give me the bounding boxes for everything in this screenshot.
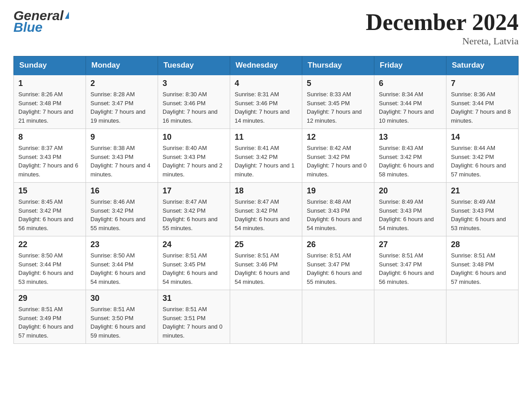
day-info: Sunrise: 8:43 AM Sunset: 3:42 PM Dayligh…: [379, 144, 442, 179]
table-row: 9 Sunrise: 8:38 AM Sunset: 3:43 PM Dayli…: [86, 129, 158, 183]
day-number: 16: [90, 186, 153, 196]
day-info: Sunrise: 8:44 AM Sunset: 3:42 PM Dayligh…: [451, 144, 514, 179]
day-number: 11: [235, 133, 297, 142]
table-row: 27 Sunrise: 8:51 AM Sunset: 3:47 PM Dayl…: [374, 236, 446, 290]
table-row: 30 Sunrise: 8:51 AM Sunset: 3:50 PM Dayl…: [86, 290, 158, 344]
table-row: 3 Sunrise: 8:30 AM Sunset: 3:46 PM Dayli…: [158, 75, 230, 129]
day-info: Sunrise: 8:48 AM Sunset: 3:43 PM Dayligh…: [307, 197, 369, 232]
table-row: 23 Sunrise: 8:50 AM Sunset: 3:44 PM Dayl…: [86, 236, 158, 290]
day-number: 18: [235, 186, 297, 196]
table-row: [302, 290, 374, 344]
day-info: Sunrise: 8:28 AM Sunset: 3:47 PM Dayligh…: [90, 90, 153, 125]
calendar-row: 1 Sunrise: 8:26 AM Sunset: 3:48 PM Dayli…: [14, 75, 519, 129]
table-row: 10 Sunrise: 8:40 AM Sunset: 3:43 PM Dayl…: [158, 129, 230, 183]
table-row: [374, 290, 446, 344]
day-number: 14: [451, 133, 514, 142]
day-number: 8: [18, 133, 81, 142]
table-row: 6 Sunrise: 8:34 AM Sunset: 3:44 PM Dayli…: [374, 75, 446, 129]
day-info: Sunrise: 8:33 AM Sunset: 3:45 PM Dayligh…: [307, 90, 369, 125]
day-info: Sunrise: 8:30 AM Sunset: 3:46 PM Dayligh…: [163, 90, 225, 125]
table-row: 26 Sunrise: 8:51 AM Sunset: 3:47 PM Dayl…: [302, 236, 374, 290]
table-row: 19 Sunrise: 8:48 AM Sunset: 3:43 PM Dayl…: [302, 183, 374, 236]
day-number: 22: [18, 240, 81, 249]
calendar-table: Sunday Monday Tuesday Wednesday Thursday…: [13, 56, 519, 344]
day-number: 23: [90, 240, 153, 249]
table-row: 14 Sunrise: 8:44 AM Sunset: 3:42 PM Dayl…: [446, 129, 519, 183]
table-row: 29 Sunrise: 8:51 AM Sunset: 3:49 PM Dayl…: [14, 290, 86, 344]
day-number: 2: [90, 79, 153, 88]
table-row: 4 Sunrise: 8:31 AM Sunset: 3:46 PM Dayli…: [230, 75, 302, 129]
day-number: 10: [163, 133, 225, 142]
table-row: 7 Sunrise: 8:36 AM Sunset: 3:44 PM Dayli…: [446, 75, 519, 129]
day-number: 6: [379, 79, 442, 88]
table-row: [230, 290, 302, 344]
day-number: 21: [451, 186, 514, 196]
day-number: 29: [18, 294, 81, 303]
month-title: December 2024: [366, 9, 519, 35]
day-info: Sunrise: 8:51 AM Sunset: 3:47 PM Dayligh…: [307, 251, 369, 286]
table-row: 5 Sunrise: 8:33 AM Sunset: 3:45 PM Dayli…: [302, 75, 374, 129]
day-info: Sunrise: 8:50 AM Sunset: 3:44 PM Dayligh…: [18, 251, 81, 286]
day-info: Sunrise: 8:34 AM Sunset: 3:44 PM Dayligh…: [379, 90, 442, 125]
day-info: Sunrise: 8:45 AM Sunset: 3:42 PM Dayligh…: [18, 197, 81, 232]
table-row: 8 Sunrise: 8:37 AM Sunset: 3:43 PM Dayli…: [14, 129, 86, 183]
day-info: Sunrise: 8:40 AM Sunset: 3:43 PM Dayligh…: [163, 144, 225, 179]
calendar-row: 22 Sunrise: 8:50 AM Sunset: 3:44 PM Dayl…: [14, 236, 519, 290]
calendar-row: 8 Sunrise: 8:37 AM Sunset: 3:43 PM Dayli…: [14, 129, 519, 183]
table-row: 25 Sunrise: 8:51 AM Sunset: 3:46 PM Dayl…: [230, 236, 302, 290]
day-number: 19: [307, 186, 369, 196]
calendar-header-row: Sunday Monday Tuesday Wednesday Thursday…: [14, 56, 519, 75]
day-info: Sunrise: 8:41 AM Sunset: 3:42 PM Dayligh…: [235, 144, 297, 179]
day-info: Sunrise: 8:49 AM Sunset: 3:43 PM Dayligh…: [451, 197, 514, 232]
table-row: 20 Sunrise: 8:49 AM Sunset: 3:43 PM Dayl…: [374, 183, 446, 236]
table-row: 2 Sunrise: 8:28 AM Sunset: 3:47 PM Dayli…: [86, 75, 158, 129]
day-number: 17: [163, 186, 225, 196]
table-row: 18 Sunrise: 8:47 AM Sunset: 3:42 PM Dayl…: [230, 183, 302, 236]
day-info: Sunrise: 8:49 AM Sunset: 3:43 PM Dayligh…: [379, 197, 442, 232]
day-number: 4: [235, 79, 297, 88]
day-info: Sunrise: 8:31 AM Sunset: 3:46 PM Dayligh…: [235, 90, 297, 125]
table-row: 16 Sunrise: 8:46 AM Sunset: 3:42 PM Dayl…: [86, 183, 158, 236]
day-number: 26: [307, 240, 369, 249]
logo-triangle-icon: [65, 12, 69, 19]
day-number: 5: [307, 79, 369, 88]
day-info: Sunrise: 8:47 AM Sunset: 3:42 PM Dayligh…: [163, 197, 225, 232]
col-saturday: Saturday: [446, 56, 519, 75]
col-tuesday: Tuesday: [158, 56, 230, 75]
day-number: 7: [451, 79, 514, 88]
day-info: Sunrise: 8:51 AM Sunset: 3:49 PM Dayligh…: [18, 305, 81, 340]
col-friday: Friday: [374, 56, 446, 75]
table-row: 15 Sunrise: 8:45 AM Sunset: 3:42 PM Dayl…: [14, 183, 86, 236]
table-row: 21 Sunrise: 8:49 AM Sunset: 3:43 PM Dayl…: [446, 183, 519, 236]
page-header: General Blue December 2024 Nereta, Latvi…: [13, 9, 519, 47]
col-wednesday: Wednesday: [230, 56, 302, 75]
logo-blue-text: Blue: [13, 21, 69, 34]
day-info: Sunrise: 8:36 AM Sunset: 3:44 PM Dayligh…: [451, 90, 514, 125]
day-info: Sunrise: 8:37 AM Sunset: 3:43 PM Dayligh…: [18, 144, 81, 179]
day-info: Sunrise: 8:46 AM Sunset: 3:42 PM Dayligh…: [90, 197, 153, 232]
day-info: Sunrise: 8:38 AM Sunset: 3:43 PM Dayligh…: [90, 144, 153, 179]
table-row: 31 Sunrise: 8:51 AM Sunset: 3:51 PM Dayl…: [158, 290, 230, 344]
day-number: 13: [379, 133, 442, 142]
table-row: 12 Sunrise: 8:42 AM Sunset: 3:42 PM Dayl…: [302, 129, 374, 183]
day-info: Sunrise: 8:42 AM Sunset: 3:42 PM Dayligh…: [307, 144, 369, 179]
table-row: 28 Sunrise: 8:51 AM Sunset: 3:48 PM Dayl…: [446, 236, 519, 290]
day-info: Sunrise: 8:51 AM Sunset: 3:50 PM Dayligh…: [90, 305, 153, 340]
table-row: [446, 290, 519, 344]
day-number: 24: [163, 240, 225, 249]
day-number: 27: [379, 240, 442, 249]
day-number: 25: [235, 240, 297, 249]
day-number: 20: [379, 186, 442, 196]
calendar-row: 29 Sunrise: 8:51 AM Sunset: 3:49 PM Dayl…: [14, 290, 519, 344]
table-row: 22 Sunrise: 8:50 AM Sunset: 3:44 PM Dayl…: [14, 236, 86, 290]
day-number: 28: [451, 240, 514, 249]
table-row: 24 Sunrise: 8:51 AM Sunset: 3:45 PM Dayl…: [158, 236, 230, 290]
col-monday: Monday: [86, 56, 158, 75]
day-number: 31: [163, 294, 225, 303]
day-info: Sunrise: 8:26 AM Sunset: 3:48 PM Dayligh…: [18, 90, 81, 125]
day-info: Sunrise: 8:51 AM Sunset: 3:51 PM Dayligh…: [163, 305, 225, 340]
col-thursday: Thursday: [302, 56, 374, 75]
day-info: Sunrise: 8:51 AM Sunset: 3:48 PM Dayligh…: [451, 251, 514, 286]
day-info: Sunrise: 8:50 AM Sunset: 3:44 PM Dayligh…: [90, 251, 153, 286]
day-info: Sunrise: 8:51 AM Sunset: 3:46 PM Dayligh…: [235, 251, 297, 286]
